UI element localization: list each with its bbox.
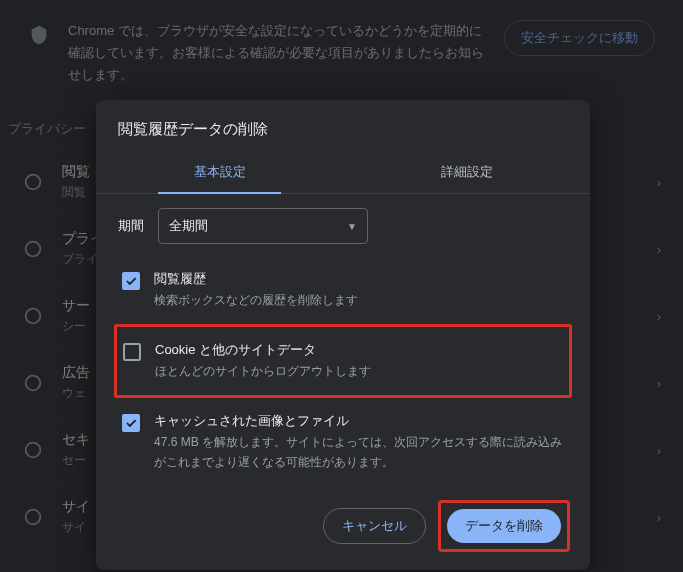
tab-basic[interactable]: 基本設定 — [96, 153, 343, 193]
option-desc: 検索ボックスなどの履歴を削除します — [154, 291, 358, 310]
option-row: Cookie と他のサイトデータ ほとんどのサイトからログアウトします — [119, 333, 567, 389]
option-desc: ほとんどのサイトからログアウトします — [155, 362, 371, 381]
option-row: キャッシュされた画像とファイル 47.6 MB を解放します。サイトによっては、… — [118, 404, 568, 479]
option-wrap: キャッシュされた画像とファイル 47.6 MB を解放します。サイトによっては、… — [118, 404, 568, 479]
checkbox[interactable] — [122, 414, 140, 432]
svg-point-2 — [26, 309, 41, 324]
clear-data-button[interactable]: データを削除 — [447, 509, 561, 543]
option-row: 閲覧履歴 検索ボックスなどの履歴を削除します — [118, 262, 568, 318]
dialog-footer: キャンセル データを削除 — [96, 486, 590, 570]
time-range-select[interactable]: 全期間 ▼ — [158, 208, 368, 244]
tab-advanced[interactable]: 詳細設定 — [343, 153, 590, 193]
options-list: 閲覧履歴 検索ボックスなどの履歴を削除します Cookie と他のサイトデータ … — [118, 262, 568, 480]
option-title: 閲覧履歴 — [154, 270, 358, 288]
chevron-right-icon: › — [657, 309, 661, 324]
chevron-right-icon: › — [657, 510, 661, 525]
shield-icon — [28, 24, 50, 46]
cookie-icon — [22, 305, 44, 327]
chevron-down-icon: ▼ — [347, 221, 357, 232]
clear-browsing-data-dialog: 閲覧履歴データの削除 基本設定 詳細設定 期間 全期間 ▼ 閲覧履歴 検索ボック… — [96, 100, 590, 570]
chevron-right-icon: › — [657, 175, 661, 190]
svg-point-5 — [26, 510, 41, 525]
time-range-row: 期間 全期間 ▼ — [118, 208, 568, 244]
checkbox[interactable] — [122, 272, 140, 290]
safety-banner-text: Chrome では、ブラウザが安全な設定になっているかどうかを定期的に確認してい… — [68, 20, 486, 86]
lock-icon — [22, 439, 44, 461]
time-range-label: 期間 — [118, 217, 144, 235]
svg-point-1 — [26, 242, 41, 257]
chevron-right-icon: › — [657, 376, 661, 391]
dialog-tabs: 基本設定 詳細設定 — [96, 153, 590, 194]
svg-point-4 — [26, 443, 41, 458]
target-icon — [22, 238, 44, 260]
dialog-body: 期間 全期間 ▼ 閲覧履歴 検索ボックスなどの履歴を削除します Cookie と… — [96, 194, 590, 486]
cancel-button[interactable]: キャンセル — [323, 508, 426, 544]
confirm-highlight: データを削除 — [438, 500, 570, 552]
safety-banner: Chrome では、ブラウザが安全な設定になっているかどうかを定期的に確認してい… — [0, 0, 683, 106]
chevron-right-icon: › — [657, 443, 661, 458]
svg-point-0 — [26, 175, 41, 190]
option-title: Cookie と他のサイトデータ — [155, 341, 371, 359]
safety-check-button[interactable]: 安全チェックに移動 — [504, 20, 655, 56]
tune-icon — [22, 506, 44, 528]
option-highlight: Cookie と他のサイトデータ ほとんどのサイトからログアウトします — [114, 324, 572, 398]
option-title: キャッシュされた画像とファイル — [154, 412, 564, 430]
trash-icon — [22, 171, 44, 193]
time-range-value: 全期間 — [169, 217, 208, 235]
checkbox[interactable] — [123, 343, 141, 361]
chevron-right-icon: › — [657, 242, 661, 257]
dialog-title: 閲覧履歴データの削除 — [96, 100, 590, 153]
svg-point-3 — [26, 376, 41, 391]
ad-icon — [22, 372, 44, 394]
option-desc: 47.6 MB を解放します。サイトによっては、次回アクセスする際に読み込みがこ… — [154, 433, 564, 471]
option-wrap: 閲覧履歴 検索ボックスなどの履歴を削除します — [118, 262, 568, 318]
